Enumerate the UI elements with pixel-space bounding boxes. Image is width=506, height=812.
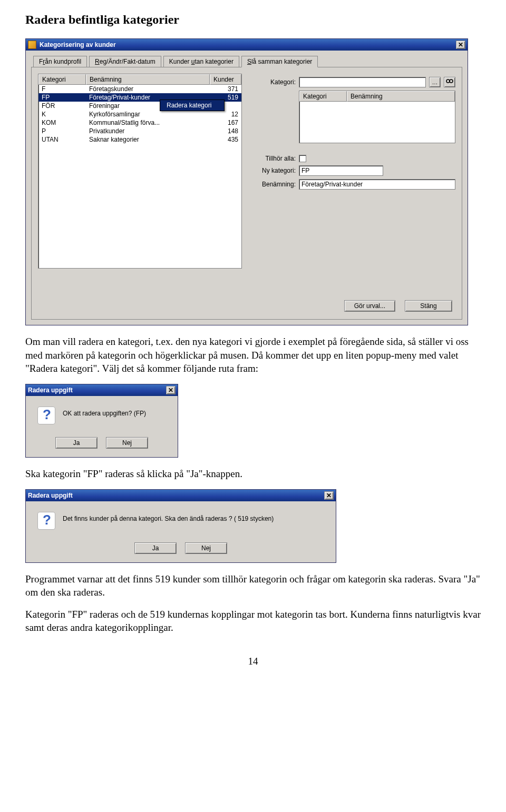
dialog2-text: Det finns kunder på denna kategori. Ska … [63,515,274,522]
stang-button[interactable]: Stäng [405,300,452,312]
search-icon[interactable] [444,77,455,87]
dialog1-text: OK att radera uppgiften? (FP) [63,410,146,417]
kategori-label: Kategori: [251,78,296,86]
window-title: Kategorisering av kunder [40,41,453,48]
body-paragraph-3: Programmet varnar att det finns 519 kund… [25,572,481,599]
yes-button[interactable]: Ja [134,542,177,554]
close-icon[interactable]: ✕ [166,386,176,394]
page-heading: Radera befintliga kategorier [25,13,481,27]
close-icon[interactable]: ✕ [324,491,334,500]
list-header: Kategori Benämning Kunder [38,74,241,85]
benamning-input[interactable] [299,179,455,190]
col-name[interactable]: Benämning [86,74,210,85]
body-paragraph-2: Ska kategorin "FP" raderas så klicka på … [25,467,481,481]
context-menu: Radera kategori [160,100,225,111]
tab-reg-change[interactable]: Reg/Ändr/Fakt-datum [89,56,161,67]
kategori-input[interactable] [299,77,426,87]
page-number: 14 [25,656,481,667]
delete-confirm-dialog-1: Radera uppgift ✕ OK att radera uppgiften… [25,384,178,458]
list-row[interactable]: PPrivatkunder148 [38,127,241,135]
right-listbox[interactable]: Kategori Benämning [299,91,455,143]
list-row[interactable]: KKyrkoförsamlingar12 [38,110,241,118]
tab-panel: Kategori Benämning Kunder FFöretagskunde… [31,67,462,320]
close-icon[interactable]: ✕ [456,41,465,49]
dialog1-title: Radera uppgift [28,387,163,394]
col-category[interactable]: Kategori [38,74,86,85]
question-icon [37,512,55,530]
list-row[interactable]: UTANSaknar kategorier435 [38,135,241,144]
question-icon [37,407,55,424]
tab-no-categories[interactable]: Kunder utan kategorier [163,56,239,67]
no-button[interactable]: Nej [185,542,227,554]
body-paragraph-4: Kategorin "FP" raderas och de 519 kunder… [25,608,481,635]
list-row[interactable]: FFöretagskunder371 [38,85,241,93]
titlebar: Kategorisering av kunder ✕ [26,39,468,51]
tab-strip: Från kundprofil Reg/Ändr/Fakt-datum Kund… [31,56,462,67]
no-button[interactable]: Nej [106,437,148,449]
context-menu-delete-category[interactable]: Radera kategori [160,100,224,111]
col-customers[interactable]: Kunder [210,74,241,85]
col-category[interactable]: Kategori [299,91,347,102]
ny-kategori-input[interactable] [299,165,383,176]
dialog2-title: Radera uppgift [28,492,321,499]
tab-merge-categories[interactable]: Slå samman kategorier [241,56,318,67]
tab-from-profile[interactable]: Från kundprofil [33,56,87,67]
category-listbox[interactable]: Kategori Benämning Kunder FFöretagskunde… [38,74,242,269]
yes-button[interactable]: Ja [55,437,98,449]
col-name[interactable]: Benämning [347,91,455,102]
tillhor-alla-checkbox[interactable] [299,155,306,162]
benamning-label: Benämning: [251,181,296,188]
tillhor-alla-label: Tillhör alla: [251,155,296,162]
gor-urval-button[interactable]: Gör urval... [344,300,395,312]
ny-kategori-label: Ny kategori: [251,167,296,174]
lookup-button[interactable]: … [429,77,441,87]
body-paragraph-1: Om man vill radera en kategori, t.ex. de… [25,335,481,375]
delete-confirm-dialog-2: Radera uppgift ✕ Det finns kunder på den… [25,489,336,563]
window-icon [28,41,36,49]
categorization-window: Kategorisering av kunder ✕ Från kundprof… [25,38,468,325]
list-row[interactable]: KOMKommunal/Statlig förva...167 [38,118,241,127]
